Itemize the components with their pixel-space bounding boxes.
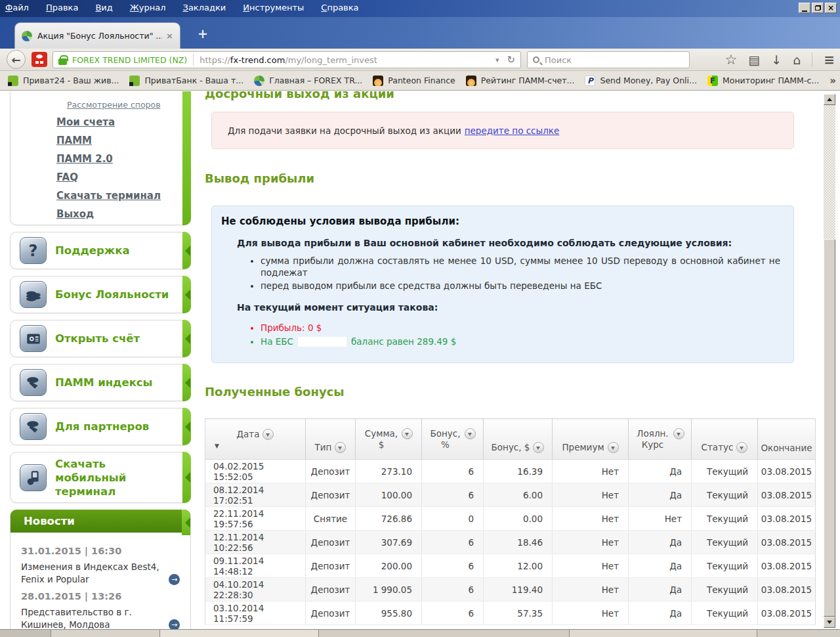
menu-item-file[interactable]: Файл: [5, 3, 29, 12]
sidebar-button-pamm-indices[interactable]: ПАММ индексы: [10, 364, 191, 401]
table-cell: 1 990.05: [356, 578, 422, 602]
menu-item-bookmarks[interactable]: Закладки: [183, 3, 226, 12]
downloads-icon[interactable]: ↓: [771, 54, 782, 66]
column-header-date[interactable]: Дата ▼: [205, 419, 306, 460]
arrow-up-icon: [827, 95, 832, 101]
sidebar-link-disputes[interactable]: Рассмотрение споров: [67, 100, 190, 110]
column-header-loyalty-rate[interactable]: Лоялн. Курс: [629, 419, 692, 460]
news-item-date: 28.01.2015 | 13:26: [21, 591, 182, 602]
table-cell: 03.08.2015: [758, 531, 816, 554]
table-cell: Да: [629, 531, 692, 554]
vertical-scrollbar[interactable]: [824, 93, 835, 629]
scrollbar-thumb[interactable]: [824, 239, 835, 617]
table-cell: Депозит: [306, 578, 356, 602]
sidebar-button-support[interactable]: ? Поддержка: [10, 232, 191, 269]
window-controls: ×: [799, 3, 837, 13]
sidebar-link-download-terminal[interactable]: Скачать терминал: [56, 190, 190, 202]
search-input[interactable]: [545, 55, 684, 65]
bookmark-privatbank[interactable]: ПриватБанк - Ваша т...: [129, 76, 243, 86]
filter-icon[interactable]: [673, 428, 684, 439]
extension-icon[interactable]: [32, 52, 47, 67]
filter-icon[interactable]: [402, 428, 413, 439]
restore-button[interactable]: [812, 3, 824, 13]
url-scheme: https://: [200, 55, 230, 65]
early-exit-link[interactable]: передите по ссылке: [465, 125, 560, 136]
sidebar-link-logout[interactable]: Выход: [56, 208, 190, 220]
back-button[interactable]: ←: [7, 50, 26, 69]
scroll-up-button[interactable]: [824, 94, 835, 105]
minimize-icon: [802, 11, 807, 12]
column-header-amount[interactable]: Сумма, $: [356, 419, 422, 460]
table-cell: 100.00: [356, 483, 422, 507]
tab-close-icon[interactable]: ×: [166, 31, 173, 41]
tab-strip: Акция "Бонус Лояльности" ... × +: [0, 17, 840, 49]
urlbar-dropdown-icon[interactable]: ▾: [495, 56, 499, 64]
privat24-icon: [8, 76, 18, 86]
home-icon[interactable]: ⌂: [793, 54, 801, 66]
filter-icon[interactable]: [736, 442, 747, 453]
filter-icon[interactable]: [465, 428, 476, 439]
column-header-type[interactable]: Тип: [306, 419, 356, 460]
ssl-lock-icon[interactable]: [58, 58, 67, 65]
sort-desc-icon: ▼: [205, 440, 305, 449]
bookmarks-panel-icon[interactable]: ▤: [748, 54, 760, 66]
filter-icon[interactable]: [533, 442, 544, 453]
sidebar-link-faq[interactable]: FAQ: [56, 171, 190, 183]
bookmarks-overflow-icon[interactable]: »: [830, 75, 836, 87]
bookmark-privat24[interactable]: Приват24 - Ваш жив...: [8, 76, 119, 86]
menu-item-view[interactable]: Вид: [95, 3, 112, 12]
address-bar[interactable]: FOREX TREND LIMITED (NZ) https://fx-tren…: [52, 51, 521, 68]
sidebar-links-box: Рассмотрение споров Мои счета ПАММ ПАММ …: [10, 91, 191, 225]
column-header-status[interactable]: Статус: [692, 419, 758, 460]
menu-item-tools[interactable]: Инструменты: [243, 3, 304, 12]
sidebar-button-loyalty-bonus[interactable]: Бонус Лояльности: [10, 276, 191, 313]
menu-item-edit[interactable]: Правка: [46, 3, 78, 12]
taskbar-segment: [319, 630, 570, 637]
bookmark-pamm-rating[interactable]: Рейтинг ПАММ-счет...: [466, 76, 575, 86]
column-header-bonus-usd[interactable]: Бонус, $: [484, 419, 553, 460]
new-tab-button[interactable]: +: [193, 26, 213, 41]
news-more-icon[interactable]: →: [169, 619, 180, 629]
column-header-bonus-pct[interactable]: Бонус, %: [422, 419, 484, 460]
forex-trend-icon: [254, 76, 264, 86]
site-identity[interactable]: FOREX TREND LIMITED (NZ): [72, 55, 187, 65]
bookmark-star-icon[interactable]: ☆: [724, 53, 737, 67]
filter-icon[interactable]: [608, 442, 619, 453]
sidebar-button-mobile-terminal[interactable]: Скачать мобильный терминал: [10, 452, 191, 503]
close-button[interactable]: ×: [825, 3, 837, 13]
sidebar-link-pamm[interactable]: ПАММ: [56, 135, 190, 146]
sidebar-link-my-accounts[interactable]: Мои счета: [56, 116, 190, 128]
sidebar-link-pamm2[interactable]: ПАММ 2.0: [56, 153, 190, 165]
paypal-icon: P: [585, 76, 595, 86]
sidebar-button-open-account[interactable]: Открыть счёт: [10, 320, 191, 357]
minimize-button[interactable]: [799, 3, 810, 13]
heading-profit-withdrawal: Вывод прибыли: [205, 171, 314, 185]
menu-item-help[interactable]: Справка: [321, 3, 358, 12]
table-header-row: Дата ▼ Тип Сумма, $ Бонус, % Бонус, $ Пр…: [205, 419, 816, 460]
news-more-icon[interactable]: →: [169, 574, 180, 585]
search-box[interactable]: [527, 51, 690, 68]
site-favicon-icon: [22, 31, 32, 41]
table-cell: Да: [629, 460, 692, 483]
bookmark-panteon[interactable]: Panteon Finance: [373, 76, 455, 86]
tab-active[interactable]: Акция "Бонус Лояльности" ... ×: [14, 22, 180, 49]
hamburger-menu-icon[interactable]: ≡: [824, 53, 835, 66]
bookmarks-bar: Приват24 - Ваш жив... ПриватБанк - Ваша …: [0, 71, 840, 91]
sidebar-button-partners[interactable]: Для партнеров: [10, 408, 191, 445]
green-arrow-icon: [180, 517, 190, 528]
news-item-date: 31.01.2015 | 16:30: [21, 546, 182, 556]
filter-icon[interactable]: [262, 429, 274, 440]
menu-item-history[interactable]: Журнал: [130, 3, 166, 12]
taskbar-segment: [51, 630, 160, 637]
column-header-premium[interactable]: Премиум: [553, 419, 629, 460]
reload-icon[interactable]: ↻: [507, 54, 515, 66]
scroll-down-button[interactable]: [824, 617, 835, 628]
bookmark-forex-trend[interactable]: Главная – FOREX TR...: [254, 76, 362, 86]
table-cell: Да: [629, 554, 692, 578]
table-cell: 6: [422, 554, 484, 578]
bookmark-paypal[interactable]: PSend Money, Pay Onli...: [585, 76, 696, 86]
column-header-end-date[interactable]: Окончание: [758, 419, 816, 460]
bookmark-pamm-monitoring[interactable]: FМониторинг ПАММ-с...: [707, 76, 819, 86]
filter-icon[interactable]: [335, 442, 346, 453]
green-arrow-icon: [180, 378, 190, 388]
